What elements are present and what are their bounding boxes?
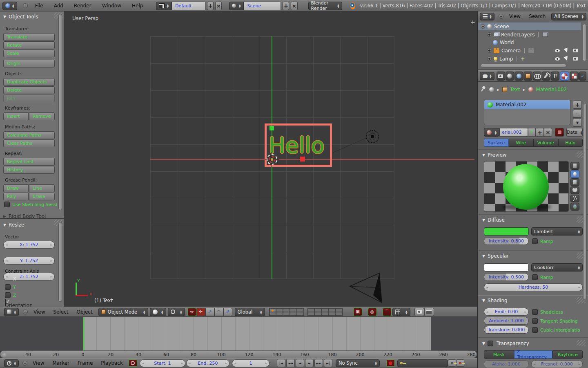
specular-intensity-slider[interactable]: Intensity: 0.500 — [484, 273, 529, 281]
panel-corner-grip[interactable] — [577, 340, 586, 346]
insert-keyframe-button[interactable]: Insert — [3, 112, 29, 120]
pivot-point-select[interactable] — [168, 308, 185, 316]
repeat-last-button[interactable]: Repeat Last — [3, 158, 55, 166]
lamp-object[interactable] — [366, 130, 379, 143]
editor-type-button-props[interactable] — [480, 72, 494, 80]
translate-button[interactable]: Translate — [3, 33, 55, 41]
layer-cell[interactable] — [283, 308, 290, 312]
tab-render[interactable] — [497, 72, 505, 81]
outliner-item-world[interactable]: World — [478, 39, 581, 46]
remove-material-slot-button[interactable]: − — [573, 110, 582, 118]
editor-type-button-3d[interactable] — [4, 308, 19, 316]
visibility-toggle-icon[interactable] — [555, 57, 560, 61]
manipulator-toggle-button[interactable]: ⇔ — [187, 308, 196, 316]
mode-select[interactable]: Object Mode — [98, 308, 148, 316]
layer-cell[interactable] — [321, 312, 328, 316]
properties-scrollbar[interactable] — [583, 103, 587, 299]
collapse-menus-icon[interactable] — [499, 14, 503, 19]
screen-layout-name-field[interactable]: Default — [172, 2, 205, 10]
snap-toggle-button[interactable]: ⌒ — [383, 308, 392, 316]
rotate-button[interactable]: Rotate — [3, 41, 55, 49]
add-scene-button[interactable] — [283, 2, 289, 10]
tab-constraints[interactable] — [533, 72, 541, 81]
gp-line-button[interactable]: Line — [29, 184, 55, 192]
preview-sphere-button[interactable] — [570, 170, 579, 178]
gp-draw-button[interactable]: Draw — [3, 184, 29, 192]
shadeless-checkbox[interactable] — [532, 309, 538, 315]
diffuse-intensity-slider[interactable]: Intensity: 0.800 — [484, 237, 529, 245]
sketching-session-checkbox[interactable] — [4, 202, 10, 207]
editor-type-button-timeline[interactable] — [4, 359, 19, 367]
operator-panel-scrollbar[interactable] — [58, 222, 62, 302]
type-volume-button[interactable]: Volume — [533, 139, 558, 147]
render-opengl-anim-button[interactable] — [424, 308, 434, 316]
add-material-slot-button[interactable] — [573, 101, 582, 109]
transparency-enable-checkbox[interactable] — [488, 341, 493, 346]
preview-cube-button[interactable] — [570, 178, 579, 186]
layer-cell[interactable] — [314, 312, 321, 316]
vector-x-field[interactable]: X: 1.752 — [3, 241, 55, 249]
proportional-edit-button[interactable]: ◍ — [368, 308, 377, 316]
play-button[interactable]: ► — [305, 359, 314, 367]
tab-material[interactable] — [560, 72, 569, 81]
history-button[interactable]: History... — [3, 166, 55, 174]
preview-panel-header[interactable]: Preview — [482, 152, 507, 158]
render-opengl-button[interactable] — [414, 308, 424, 316]
menu-window[interactable]: Window — [100, 3, 123, 9]
resize-panel-header[interactable]: Resize — [3, 222, 24, 228]
gp-erase-button[interactable]: Erase — [29, 193, 55, 200]
frame-start-field[interactable]: Start: 1 — [140, 359, 185, 367]
tab-modifiers[interactable] — [542, 72, 550, 81]
ztransparency-button[interactable]: Z Transparency — [514, 350, 553, 359]
snap-element-select[interactable] — [392, 308, 410, 316]
collapse-icon[interactable] — [481, 24, 485, 29]
scale-button[interactable]: Scale — [3, 49, 55, 57]
menu-view-outliner[interactable]: View — [508, 13, 522, 19]
specular-ramp-checkbox[interactable] — [532, 274, 538, 280]
emit-field[interactable]: Emit: 0.00 — [484, 308, 529, 316]
alpha-slider[interactable]: Alpha: 1.000 — [484, 360, 529, 368]
timeline-ruler[interactable]: -40 -20 0 20 40 60 80 100 120 140 160 18… — [0, 350, 477, 358]
diffuse-ramp-checkbox[interactable] — [532, 238, 538, 244]
raytrace-button[interactable]: Raytrace — [552, 350, 583, 359]
selectable-toggle-icon[interactable] — [564, 56, 569, 62]
layer-cell[interactable] — [276, 312, 283, 316]
join-button[interactable]: Join — [3, 94, 55, 102]
calculate-paths-button[interactable]: Calculate Paths — [3, 131, 55, 139]
material-slot-item[interactable]: Material.002 — [484, 100, 570, 109]
timeline-region[interactable] — [0, 317, 477, 350]
outliner-filter-select[interactable]: All Scenes — [551, 13, 586, 20]
duplicate-objects-button[interactable]: Duplicate Objects — [3, 78, 55, 86]
tab-font[interactable]: F — [551, 72, 559, 81]
outliner-item-scene[interactable]: Scene — [478, 22, 581, 30]
collapse-menus-icon[interactable] — [22, 361, 27, 366]
manipulator-translate-button[interactable]: ✛ — [196, 308, 205, 316]
specular-shader-select[interactable]: CookTorr — [531, 263, 583, 272]
layers-grid-2[interactable] — [307, 308, 343, 316]
jump-to-start-button[interactable]: |◄ — [277, 359, 285, 367]
tab-object[interactable] — [523, 72, 532, 81]
preview-hair-button[interactable] — [570, 195, 579, 202]
menu-help[interactable]: Help — [130, 3, 145, 9]
vector-y-field[interactable]: Y: 1.752 — [3, 257, 55, 265]
frame-end-field[interactable]: End: 250 — [186, 359, 229, 367]
collapse-menus-icon[interactable] — [23, 3, 28, 8]
menu-frame[interactable]: Frame — [76, 360, 94, 366]
layer-cell[interactable] — [308, 312, 315, 316]
cubic-interpolation-checkbox[interactable] — [532, 327, 538, 333]
layer-cell[interactable] — [290, 312, 297, 316]
delete-scene-button[interactable] — [291, 2, 297, 10]
next-keyframe-button[interactable]: ►► — [314, 359, 323, 367]
layer-cell[interactable] — [321, 308, 328, 312]
region-expand-icon[interactable] — [470, 19, 475, 25]
type-wire-button[interactable]: Wire — [509, 139, 534, 147]
type-halo-button[interactable]: Halo — [558, 139, 583, 147]
insert-keyframes-button[interactable] — [448, 359, 456, 367]
visibility-toggle-icon[interactable] — [555, 49, 560, 52]
browse-material-button[interactable] — [484, 128, 499, 137]
preview-flat-button[interactable] — [570, 162, 579, 170]
gp-poly-button[interactable]: Poly — [3, 193, 29, 200]
tab-texture[interactable] — [570, 72, 578, 81]
menu-render[interactable]: Render — [72, 3, 93, 9]
link-data-select[interactable]: Data — [566, 128, 583, 137]
